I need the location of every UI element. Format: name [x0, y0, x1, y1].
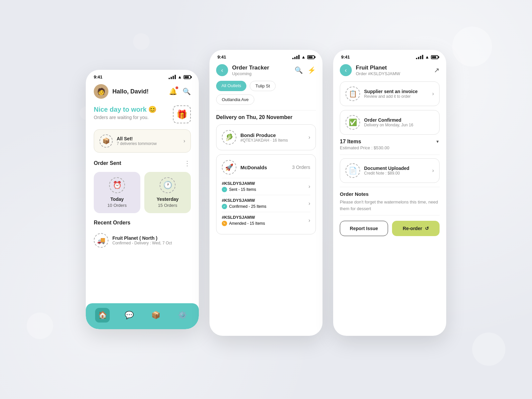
order-cards: ⏰ Today 10 Orders 🕐 Yesterday 15 Orders — [94, 172, 191, 213]
order-status-2: Confirmed - 25 Items — [229, 204, 266, 209]
order-id-1: #KSLDYSJAMW — [222, 181, 256, 186]
confirmed-subtitle: Delivery on Monday, Jun 16 — [364, 123, 413, 127]
order-confirmed-card[interactable]: ✅ Order Confirmed Delivery on Monday, Ju… — [340, 110, 440, 135]
today-card[interactable]: ⏰ Today 10 Orders — [94, 172, 140, 213]
box-icon: 📦 — [151, 311, 160, 320]
order-sent-header: Order Sent ⋮ — [94, 159, 191, 167]
order-sub-3[interactable]: #KSLDYSJAMW ✎ Amended - 15 Items › — [222, 212, 310, 229]
status-bar-3: 9:41 ▲ — [333, 50, 446, 62]
yesterday-label: Yesterday — [157, 197, 179, 202]
document-subtitle: Credit Note : $89.00 — [364, 171, 409, 176]
greeting-name: Hallo, David! — [112, 88, 169, 95]
nav-home[interactable]: 🏠 — [95, 308, 110, 323]
status-bar-1: 9:41 ▲ — [86, 70, 199, 81]
settings-icon: ⚙️ — [178, 311, 187, 320]
document-chevron: › — [432, 168, 434, 174]
divider-4 — [340, 187, 440, 187]
divider-5 — [340, 215, 440, 215]
divider-3 — [340, 155, 440, 155]
delivery-date: Delivery on Thu, 20 November — [216, 114, 316, 120]
header-icons: 🔔 🔍 — [169, 87, 191, 95]
back-button-3[interactable]: ‹ — [340, 64, 352, 76]
items-price: Estimated Price : $530.00 — [340, 145, 389, 150]
gift-icon: 🎁 — [173, 105, 191, 123]
order-sent-menu[interactable]: ⋮ — [184, 159, 191, 167]
delivery-card[interactable]: 📦 All Set! 7 deliveries tommorow › — [94, 129, 191, 153]
supplier-invoice-card[interactable]: 📋 Supplier sent an invoice Review and ad… — [340, 81, 440, 106]
nav-settings[interactable]: ⚙️ — [175, 308, 190, 323]
bondi-icon: 🥬 — [222, 130, 236, 145]
document-icon: 📄 — [345, 163, 360, 178]
status-bar-2: 9:41 ▲ — [209, 50, 323, 62]
filter-all-outlets[interactable]: All Outlets — [216, 81, 246, 91]
document-card[interactable]: 📄 Document Uploaded Credit Note : $89.00… — [340, 158, 440, 183]
status-icons-1: ▲ — [169, 74, 191, 79]
p2-filter-icon[interactable]: ⚡ — [308, 66, 316, 74]
order-chevron-3: › — [309, 217, 310, 223]
time-1: 9:41 — [94, 74, 102, 79]
mcdonalds-count: 3 Orders — [292, 165, 310, 170]
recent-order-name: Fruit Planet ( North ) — [112, 235, 172, 241]
status-dot-3: ✎ — [222, 221, 227, 226]
p2-header: ‹ Order Tracker Upcoming 🔍 ⚡ — [216, 64, 316, 76]
notification-icon[interactable]: 🔔 — [169, 87, 177, 95]
share-icon[interactable]: ↗ — [434, 66, 440, 74]
order-notes-section: Order Notes Please don't forget the wate… — [340, 191, 440, 212]
back-button-2[interactable]: ‹ — [216, 64, 228, 76]
order-id-2: #KSLDYSJAMW — [222, 198, 266, 203]
invoice-icon: 📋 — [345, 86, 360, 101]
report-issue-button[interactable]: Report Issue — [340, 221, 388, 236]
phone-2: 9:41 ▲ ‹ Order Tracker Upcoming 🔍 ⚡ All … — [209, 50, 323, 336]
order-sent-title: Order Sent — [94, 160, 121, 166]
search-icon[interactable]: 🔍 — [183, 87, 191, 95]
order-notes-title: Order Notes — [340, 191, 440, 197]
reorder-button[interactable]: Re-order ↺ — [392, 221, 440, 236]
items-dropdown[interactable]: ▼ — [436, 139, 440, 144]
greeting-line1: Nice day to work 😊 — [94, 105, 157, 113]
p2-search-icon[interactable]: 🔍 — [295, 66, 303, 74]
p2-header-icons: 🔍 ⚡ — [295, 66, 316, 74]
nav-chat[interactable]: 💬 — [122, 308, 136, 323]
mcdonalds-name: McDonalds — [240, 165, 267, 170]
order-sub-2[interactable]: #KSLDYSJAMW ✓ Confirmed - 25 Items › — [222, 195, 310, 212]
bondi-produce-card[interactable]: 🥬 Bondi Produce #QTEYJAKDAH · 16 Items › — [216, 124, 316, 150]
items-count: 17 Items — [340, 139, 361, 144]
notification-dot — [176, 86, 178, 89]
p3-supplier-name: Fruit Planet — [356, 65, 434, 71]
p1-greeting: Hallo, David! — [112, 88, 169, 95]
order-status-3: Amended - 15 Items — [229, 221, 265, 226]
divider-1 — [216, 110, 316, 110]
phone-3: 9:41 ▲ ‹ Fruit Planet Order #KSLDYSJAMW … — [333, 50, 446, 336]
home-icon: 🏠 — [98, 311, 107, 320]
today-count: 10 Orders — [107, 203, 127, 208]
delivery-card-chevron: › — [184, 138, 185, 144]
today-icon: ⏰ — [109, 177, 125, 193]
filter-tulip[interactable]: Tulip St — [250, 81, 276, 91]
p2-subtitle: Upcoming — [232, 71, 295, 76]
order-chevron-2: › — [309, 200, 310, 206]
bondi-chevron: › — [309, 134, 310, 140]
document-title: Document Uploaded — [364, 166, 409, 171]
delivery-card-icon: 📦 — [99, 134, 113, 148]
filter-outlandia[interactable]: Outlandia Ave — [216, 94, 254, 105]
yesterday-icon: 🕐 — [160, 177, 176, 193]
mcdonalds-group: 🚀 McDonalds 3 Orders #KSLDYSJAMW → Sent … — [216, 154, 316, 234]
time-2: 9:41 — [217, 55, 226, 60]
nav-box[interactable]: 📦 — [148, 308, 163, 323]
greeting-line2: Orders are waiting for you. — [94, 115, 157, 120]
p2-title: Order Tracker — [232, 65, 295, 71]
outlet-filters: All Outlets Tulip St Outlandia Ave — [216, 81, 316, 105]
invoice-subtitle: Review and add it to order — [364, 94, 418, 99]
yesterday-count: 15 Orders — [158, 203, 177, 208]
recent-order-item[interactable]: 🚚 Fruit Planet ( North ) Confirmed - Del… — [94, 230, 191, 250]
mcdonalds-icon: 🚀 — [222, 160, 236, 175]
yesterday-card[interactable]: 🕐 Yesterday 15 Orders — [144, 172, 191, 213]
p3-order-num: Order #KSLDYSJAMW — [356, 71, 434, 76]
bottom-nav: 🏠 💬 📦 ⚙️ — [86, 303, 199, 329]
invoice-title: Supplier sent an invoice — [364, 89, 418, 94]
greeting-section: Nice day to work 😊 Orders are waiting fo… — [94, 105, 191, 123]
order-sub-1[interactable]: #KSLDYSJAMW → Sent - 15 Items › — [222, 178, 310, 195]
avatar: 🧑 — [94, 84, 108, 99]
confirmed-title: Order Confirmed — [364, 117, 413, 123]
signal-bars-1 — [169, 75, 176, 79]
